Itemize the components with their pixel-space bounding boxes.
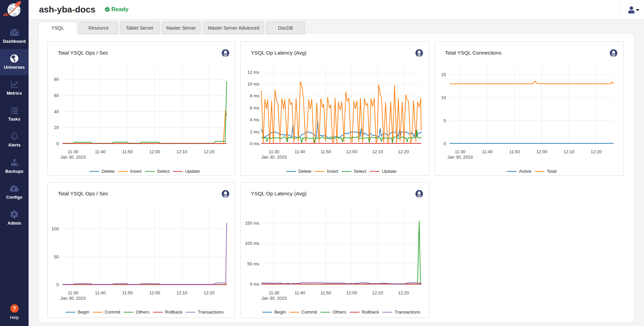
svg-text:11:30: 11:30 bbox=[269, 149, 279, 154]
svg-text:Jan 30, 2023: Jan 30, 2023 bbox=[61, 155, 86, 160]
svg-text:12:10: 12:10 bbox=[564, 149, 575, 154]
svg-text:Jan 30, 2023: Jan 30, 2023 bbox=[61, 296, 86, 301]
svg-text:12:20: 12:20 bbox=[203, 290, 215, 295]
svg-text:0 ms: 0 ms bbox=[250, 141, 260, 146]
svg-text:12:00: 12:00 bbox=[346, 290, 357, 295]
svg-text:15: 15 bbox=[441, 72, 446, 77]
svg-text:Jan 30, 2023: Jan 30, 2023 bbox=[261, 296, 287, 301]
svg-text:11:50: 11:50 bbox=[509, 149, 520, 154]
svg-text:11:30: 11:30 bbox=[68, 149, 78, 154]
svg-text:100 ms: 100 ms bbox=[245, 241, 259, 246]
svg-text:11:30: 11:30 bbox=[68, 290, 78, 295]
svg-text:12:20: 12:20 bbox=[591, 149, 602, 154]
svg-text:12:20: 12:20 bbox=[398, 290, 409, 295]
svg-text:12 ms: 12 ms bbox=[248, 70, 260, 75]
svg-text:12:20: 12:20 bbox=[398, 149, 409, 154]
svg-text:6 ms: 6 ms bbox=[250, 105, 260, 110]
svg-text:11:40: 11:40 bbox=[295, 149, 305, 154]
svg-text:11:50: 11:50 bbox=[122, 149, 133, 154]
svg-text:4 ms: 4 ms bbox=[250, 117, 260, 122]
svg-text:Jan 30, 2023: Jan 30, 2023 bbox=[261, 155, 287, 160]
svg-text:12:10: 12:10 bbox=[372, 149, 383, 154]
svg-text:2 ms: 2 ms bbox=[250, 129, 260, 134]
svg-text:100: 100 bbox=[51, 226, 59, 231]
svg-text:Jan 30, 2023: Jan 30, 2023 bbox=[448, 155, 473, 160]
svg-text:12:10: 12:10 bbox=[177, 290, 188, 295]
svg-text:12:00: 12:00 bbox=[346, 149, 357, 154]
svg-text:0: 0 bbox=[56, 141, 59, 146]
svg-text:5: 5 bbox=[444, 118, 446, 123]
svg-text:11:50: 11:50 bbox=[320, 290, 331, 295]
svg-text:11:40: 11:40 bbox=[482, 149, 493, 154]
svg-text:60: 60 bbox=[54, 93, 59, 98]
svg-text:12:20: 12:20 bbox=[203, 149, 215, 154]
svg-text:11:40: 11:40 bbox=[95, 149, 106, 154]
svg-text:12:10: 12:10 bbox=[177, 149, 188, 154]
svg-text:10: 10 bbox=[441, 95, 446, 100]
svg-text:12:00: 12:00 bbox=[149, 149, 160, 154]
svg-text:11:40: 11:40 bbox=[295, 290, 305, 295]
svg-text:?: ? bbox=[13, 306, 16, 312]
svg-text:0: 0 bbox=[444, 141, 446, 146]
svg-text:12:00: 12:00 bbox=[536, 149, 547, 154]
svg-text:0: 0 bbox=[56, 282, 59, 287]
svg-text:11:30: 11:30 bbox=[455, 149, 465, 154]
svg-text:0 ms: 0 ms bbox=[250, 282, 260, 287]
svg-text:12:00: 12:00 bbox=[149, 290, 160, 295]
svg-text:12:10: 12:10 bbox=[372, 290, 383, 295]
svg-text:8 ms: 8 ms bbox=[250, 93, 260, 98]
svg-text:11:30: 11:30 bbox=[269, 290, 279, 295]
svg-text:50 ms: 50 ms bbox=[248, 261, 260, 266]
svg-text:10 ms: 10 ms bbox=[248, 82, 260, 87]
svg-text:40: 40 bbox=[54, 109, 59, 114]
svg-text:20: 20 bbox=[54, 125, 59, 130]
svg-text:11:50: 11:50 bbox=[320, 149, 331, 154]
svg-text:150 ms: 150 ms bbox=[245, 221, 259, 226]
svg-text:11:40: 11:40 bbox=[95, 290, 106, 295]
svg-text:50: 50 bbox=[54, 254, 59, 259]
svg-text:80: 80 bbox=[54, 77, 59, 82]
svg-text:11:50: 11:50 bbox=[122, 290, 133, 295]
